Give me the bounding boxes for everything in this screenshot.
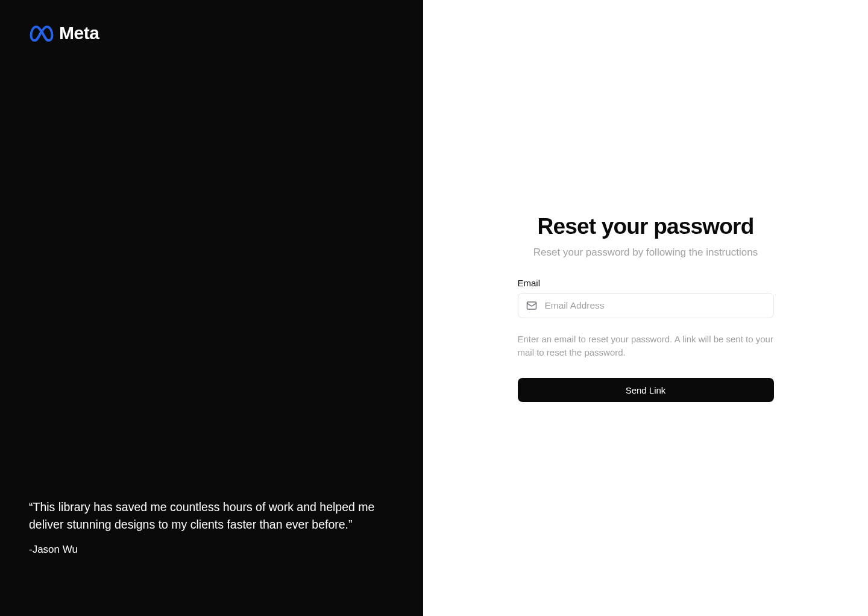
- page-title: Reset your password: [518, 214, 774, 239]
- logo-text: Meta: [59, 23, 99, 43]
- right-panel: Reset your password Reset your password …: [423, 0, 868, 616]
- email-label: Email: [518, 278, 774, 288]
- logo: Meta: [29, 23, 394, 43]
- mail-icon: [526, 300, 537, 311]
- meta-logo-icon: [29, 25, 54, 42]
- reset-password-form: Reset your password Reset your password …: [518, 214, 774, 403]
- quote-author: -Jason Wu: [29, 544, 385, 556]
- svg-rect-0: [527, 302, 536, 309]
- email-field[interactable]: [518, 293, 774, 318]
- page-subtitle: Reset your password by following the ins…: [518, 247, 774, 259]
- email-input-wrapper: [518, 293, 774, 318]
- quote-section: “This library has saved me countless hou…: [29, 498, 385, 556]
- quote-text: “This library has saved me countless hou…: [29, 498, 385, 533]
- left-panel: Meta “This library has saved me countles…: [0, 0, 423, 616]
- send-link-button[interactable]: Send Link: [518, 378, 774, 402]
- helper-text: Enter an email to reset your password. A…: [518, 333, 774, 359]
